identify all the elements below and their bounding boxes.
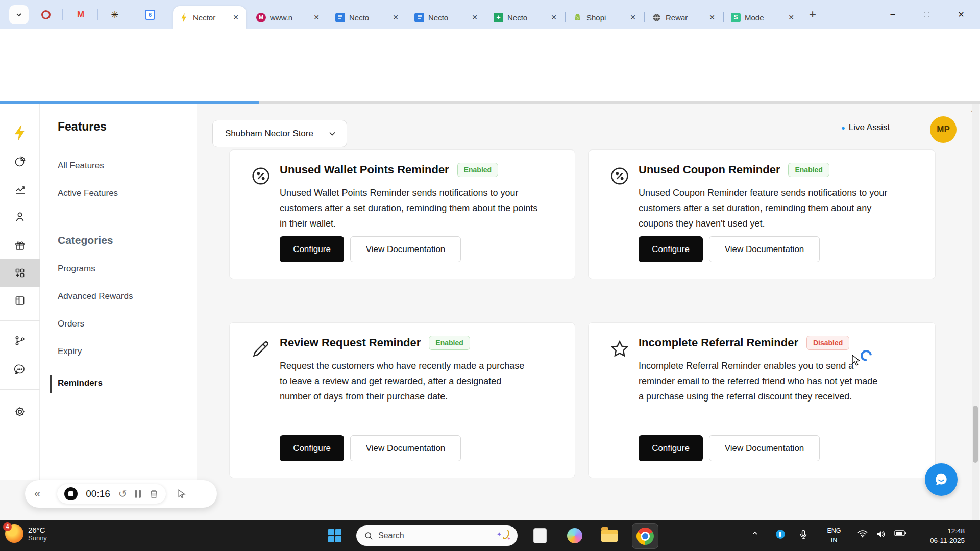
rail-integrations-branch-icon[interactable] bbox=[0, 330, 40, 352]
tab-rewards[interactable]: Rewar ✕ bbox=[646, 6, 722, 29]
chat-bubble-icon bbox=[934, 472, 949, 487]
rail-support-chat-icon[interactable] bbox=[0, 358, 40, 381]
taskbar-search[interactable]: Search bbox=[356, 525, 518, 546]
status-badge: Enabled bbox=[457, 163, 498, 177]
tab-close-icon[interactable]: ✕ bbox=[470, 12, 480, 22]
rail-widgets-layout-icon[interactable] bbox=[0, 289, 40, 312]
delete-recording-icon[interactable] bbox=[149, 489, 159, 499]
pinned-separator bbox=[62, 9, 63, 20]
store-selector-dropdown[interactable]: Shubham Nector Store bbox=[212, 120, 347, 147]
tab-shopify[interactable]: Shopi ✕ bbox=[567, 6, 643, 29]
page-scrollbar[interactable] bbox=[972, 104, 979, 520]
rail-customers-icon[interactable] bbox=[0, 206, 40, 228]
docs-favicon bbox=[335, 13, 345, 22]
tray-clock[interactable]: 12:48 06-11-2025 bbox=[914, 526, 965, 545]
tray-bluetooth-device-icon[interactable] bbox=[776, 530, 785, 539]
configure-button[interactable]: Configure bbox=[639, 236, 703, 262]
new-tab-button[interactable]: + bbox=[809, 8, 816, 20]
window-restore-button[interactable] bbox=[919, 8, 934, 20]
taskbar-app-file-explorer[interactable] bbox=[600, 527, 619, 545]
tab-close-icon[interactable]: ✕ bbox=[628, 12, 638, 22]
tab-www-n[interactable]: M www.n ✕ bbox=[250, 6, 327, 29]
notification-badge: 4 bbox=[3, 522, 12, 531]
tab-close-icon[interactable]: ✕ bbox=[390, 12, 401, 22]
window-close-button[interactable]: ✕ bbox=[953, 8, 969, 20]
rail-rewards-gift-icon[interactable] bbox=[0, 235, 40, 257]
sheets-favicon: + bbox=[494, 13, 503, 22]
sidebar-item-expiry[interactable]: Expiry bbox=[58, 346, 82, 357]
tab-close-icon[interactable]: ✕ bbox=[311, 12, 322, 22]
pause-bar bbox=[135, 490, 137, 498]
sidebar-item-active-features[interactable]: Active Features bbox=[58, 188, 118, 198]
tab-close-icon[interactable]: ✕ bbox=[231, 12, 241, 22]
tab-nector-docs-2[interactable]: Necto ✕ bbox=[408, 6, 485, 29]
search-icon bbox=[364, 532, 373, 540]
chrome-icon bbox=[636, 528, 654, 545]
taskbar-app-copilot[interactable] bbox=[566, 527, 584, 545]
taskbar-app-chrome-active[interactable] bbox=[632, 523, 658, 549]
rail-dashboard-pie-icon[interactable] bbox=[0, 151, 40, 173]
folder-icon bbox=[601, 530, 618, 542]
card-description: Request the customers who have recently … bbox=[280, 358, 526, 404]
tray-battery-icon[interactable] bbox=[894, 530, 906, 537]
configure-button[interactable]: Configure bbox=[280, 435, 344, 461]
browser-tab-strip: M ✳ 6 Nector ✕ M www.n ✕ Necto ✕ Necto ✕… bbox=[0, 0, 980, 29]
tray-volume-icon[interactable] bbox=[876, 530, 886, 539]
sidebar-item-all-features[interactable]: All Features bbox=[58, 161, 104, 171]
recorder-divider bbox=[171, 487, 172, 500]
tray-wifi-icon[interactable] bbox=[857, 530, 868, 538]
pinned-tab-calendar[interactable]: 6 bbox=[144, 9, 156, 20]
view-documentation-button[interactable]: View Documentation bbox=[350, 435, 461, 461]
rail-analytics-icon[interactable] bbox=[0, 179, 40, 201]
tab-close-icon[interactable]: ✕ bbox=[786, 12, 796, 22]
pinned-tab-chatgpt[interactable]: ✳ bbox=[109, 9, 120, 20]
start-button[interactable] bbox=[328, 529, 341, 542]
tab-nector-active[interactable]: Nector ✕ bbox=[173, 6, 246, 29]
model-favicon: S bbox=[731, 13, 741, 22]
configure-button[interactable]: Configure bbox=[280, 236, 344, 262]
support-chat-button[interactable] bbox=[925, 463, 958, 496]
user-avatar[interactable]: MP bbox=[930, 116, 957, 143]
weather-widget[interactable]: 4 26°C Sunny bbox=[5, 524, 47, 543]
taskbar-app-notepad[interactable] bbox=[531, 527, 549, 545]
recorder-divider bbox=[52, 487, 52, 500]
tray-microphone-icon[interactable] bbox=[799, 530, 807, 540]
configure-button[interactable]: Configure bbox=[639, 435, 703, 461]
stop-recording-button[interactable] bbox=[64, 487, 78, 500]
tab-title: Necto bbox=[428, 13, 465, 22]
scrollbar-thumb[interactable] bbox=[973, 406, 978, 463]
tab-title: Necto bbox=[507, 13, 545, 22]
tab-close-icon[interactable]: ✕ bbox=[549, 12, 559, 22]
tab-model[interactable]: S Mode ✕ bbox=[725, 6, 801, 29]
rail-divider bbox=[0, 320, 40, 321]
restart-recording-icon[interactable]: ↺ bbox=[118, 488, 127, 500]
pinned-tab-screen-recorder[interactable] bbox=[40, 9, 52, 20]
tab-nector-sheet[interactable]: + Necto ✕ bbox=[487, 6, 564, 29]
sidebar-item-reminders[interactable]: Reminders bbox=[58, 378, 103, 388]
tray-show-hidden-icons[interactable] bbox=[751, 530, 758, 537]
recorder-collapse-icon[interactable]: « bbox=[34, 487, 40, 500]
tab-title: Shopi bbox=[586, 13, 624, 22]
feature-card-incomplete-referral: Incomplete Referral Reminder Disabled In… bbox=[588, 322, 936, 478]
feature-card-unused-wallet-points: Unused Wallet Points Reminder Enabled Un… bbox=[229, 149, 575, 279]
sidebar-item-programs[interactable]: Programs bbox=[58, 264, 95, 274]
sidebar-item-advanced-rewards[interactable]: Advanced Rewards bbox=[58, 291, 133, 302]
window-minimize-button[interactable]: – bbox=[885, 8, 900, 20]
star-icon bbox=[609, 339, 630, 359]
pinned-tab-gmail[interactable]: M bbox=[75, 9, 86, 20]
tab-close-icon[interactable]: ✕ bbox=[707, 12, 717, 22]
tab-nector-docs-1[interactable]: Necto ✕ bbox=[329, 6, 406, 29]
browser-toolbar: ← → ↻ merchant.nector.io/action-list#rem… bbox=[0, 29, 980, 62]
rail-features-apps-icon[interactable] bbox=[0, 262, 40, 284]
view-documentation-button[interactable]: View Documentation bbox=[350, 236, 461, 262]
tray-language-switcher[interactable]: ENG IN bbox=[823, 526, 845, 545]
pause-recording-button[interactable] bbox=[135, 490, 141, 498]
view-documentation-button[interactable]: View Documentation bbox=[709, 236, 820, 262]
rail-settings-gear-icon[interactable] bbox=[0, 400, 40, 423]
cursor-tool-icon[interactable] bbox=[177, 489, 187, 499]
tab-search-chevron-button[interactable] bbox=[9, 5, 29, 24]
live-assist-link[interactable]: ● Live Assist bbox=[841, 122, 890, 133]
view-documentation-button[interactable]: View Documentation bbox=[709, 435, 820, 461]
sidebar-item-orders[interactable]: Orders bbox=[58, 319, 84, 329]
tab-separator bbox=[486, 12, 486, 22]
